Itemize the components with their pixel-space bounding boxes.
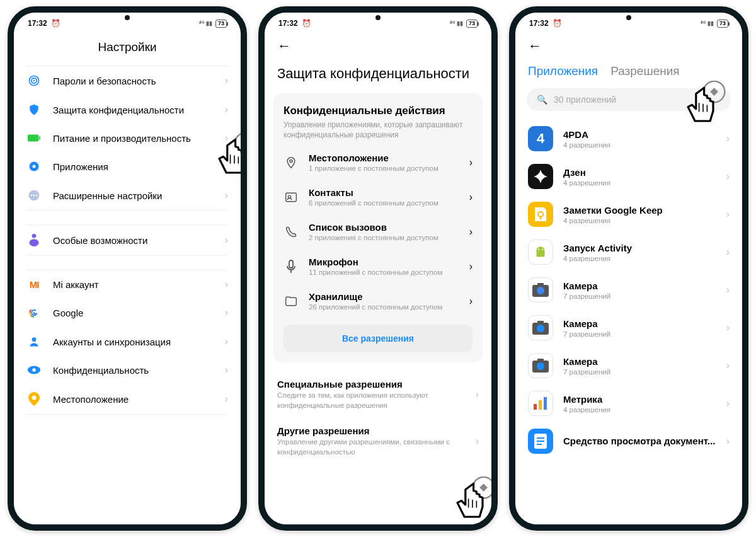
mic-icon [284,260,299,274]
app-row[interactable]: Камера 7 разрешений › [515,309,742,347]
chevron-right-icon: › [469,192,472,203]
svg-point-34 [537,287,544,294]
app-row[interactable]: Камера 7 разрешений › [515,347,742,384]
svg-rect-3 [28,135,38,142]
app-subtitle: 4 разрешения [563,179,716,187]
permission-row[interactable]: Список вызовов 2 приложения с постоянным… [284,214,472,249]
row-label: Питание и производительность [53,133,214,144]
settings-row[interactable]: Аккаунты и синхронизация › [14,327,241,356]
chevron-right-icon: › [476,389,491,400]
app-row[interactable]: Средство просмотра документ... › [515,422,742,460]
row-label: Особые возможности [53,235,214,246]
row-label: Аккаунты и синхронизация [53,337,214,347]
svg-point-16 [32,396,37,400]
settings-row[interactable]: Местоположение › [14,384,241,414]
acc-icon [26,233,42,247]
fingerprint-icon [26,74,42,87]
app-row[interactable]: Запуск Activity 4 разрешения › [515,233,742,271]
row-subtitle: 1 приложение с постоянным доступом [309,165,459,172]
storage-icon [284,296,299,306]
chevron-right-icon: › [225,75,228,86]
all-permissions-button[interactable]: Все разрешения [284,325,472,352]
eye-icon [26,365,42,375]
camera-notch [626,15,631,20]
app-subtitle: 4 разрешения [563,217,716,224]
battery-icon [26,134,42,142]
chevron-right-icon: › [225,307,228,318]
chevron-right-icon: › [726,436,730,447]
svg-rect-38 [537,321,544,324]
app-row[interactable]: 4 4PDA 4 разрешения › [515,120,742,158]
settings-row[interactable]: Конфиденциальность › [14,356,241,384]
tab-apps[interactable]: Приложения [528,64,598,78]
app-subtitle: 4 разрешения [563,255,716,262]
app-row[interactable]: Заметки Google Keep 4 разрешения › [515,195,742,233]
chevron-right-icon: › [726,171,730,182]
card-title: Конфиденциальные действия [284,105,472,117]
settings-row[interactable]: Приложения › [14,152,241,181]
settings-row[interactable]: Расширенные настройки › [14,181,241,210]
search-icon: 🔍 [537,95,547,105]
chevron-right-icon: › [225,234,228,246]
chevron-right-icon: › [225,190,228,201]
tab-permissions[interactable]: Разрешения [610,64,679,78]
calls-icon [284,226,299,238]
row-subtitle: 2 приложения с постоянным доступом [309,234,459,241]
svg-point-13 [32,337,37,342]
battery-icon: 73 [466,20,478,28]
permission-row[interactable]: Хранилище 26 приложений с постоянным дос… [284,284,472,318]
svg-point-10 [36,195,38,197]
svg-rect-35 [537,283,544,286]
privacy-card: Конфиденциальные действия Управление при… [273,93,483,362]
svg-point-23 [288,195,290,198]
chevron-right-icon: › [225,336,228,347]
app-row[interactable]: Камера 7 разрешений › [515,271,742,309]
back-button[interactable]: ← [528,38,542,54]
app-subtitle: 7 разрешений [563,368,716,376]
permission-row[interactable]: Контакты 6 приложений с постоянным досту… [284,180,472,214]
chevron-right-icon: › [476,436,491,447]
google-icon [26,306,42,319]
mi-icon: MI [26,279,42,290]
search-placeholder: 30 приложений [554,95,616,105]
chevron-right-icon: › [469,261,472,272]
section-row[interactable]: Специальные разрешения Следите за тем, к… [265,371,491,418]
app-row[interactable]: Дзен 4 разрешения › [515,158,742,195]
svg-point-37 [537,325,544,332]
back-button[interactable]: ← [277,38,291,54]
chevron-right-icon: › [225,393,228,405]
app-row[interactable]: Метрика 4 разрешения › [515,384,742,422]
settings-row[interactable]: Пароли и безопасность › [14,66,241,95]
app-name: 4PDA [563,129,716,140]
chevron-right-icon: › [225,364,228,376]
row-label: Google [53,308,214,318]
settings-row[interactable]: Google › [14,298,241,327]
permission-row[interactable]: Местоположение 1 приложение с постоянным… [284,145,472,180]
svg-rect-44 [544,397,547,410]
settings-row[interactable]: MI Mi аккаунт › [14,270,241,298]
row-title: Список вызовов [309,222,459,233]
app-name: Камера [563,356,716,367]
clock: 17:32 [278,19,298,28]
battery-icon: 73 [215,20,227,28]
svg-rect-42 [534,404,537,410]
permission-row[interactable]: Микрофон 11 приложений с постоянным дост… [284,249,472,284]
settings-row[interactable]: Защита конфиденциальности › [14,95,241,124]
row-label: Местоположение [53,394,214,405]
loc-icon [284,156,299,169]
contacts-icon [284,192,299,203]
settings-row[interactable]: Питание и производительность › [14,124,241,152]
phone-1: 17:32 ⏰ ⁴ᴳ ▮▮ 73 Настройки Пароли и безо… [8,6,247,531]
section-row[interactable]: Другие разрешения Управление другими раз… [265,418,491,465]
row-title: Микрофон [309,257,459,267]
divider [26,414,228,415]
app-subtitle: 7 разрешений [563,330,716,338]
row-label: Приложения [53,161,214,172]
shield-icon [26,103,42,116]
search-input[interactable]: 🔍 30 приложений [527,88,731,111]
settings-row[interactable]: Особые возможности › [14,225,241,255]
alarm-icon: ⏰ [51,19,60,28]
row-title: Хранилище [309,291,459,302]
card-subtitle: Управление приложениями, которые запраши… [284,120,472,140]
app-name: Запуск Activity [563,243,716,253]
